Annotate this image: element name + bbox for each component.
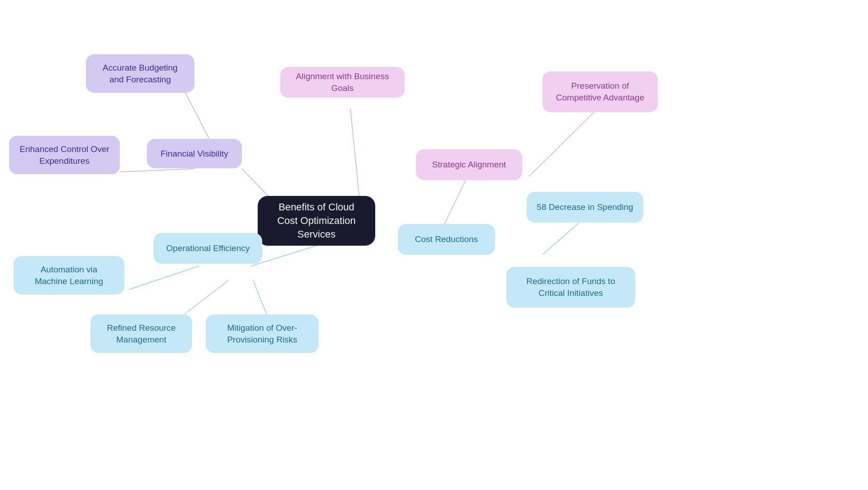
mitigation-node: Mitigation of Over-Provisioning Risks <box>206 314 319 353</box>
financial-visibility-node: Financial Visibility <box>147 139 242 168</box>
accurate-budgeting-node: Accurate Budgeting and Forecasting <box>86 54 194 93</box>
svg-line-2 <box>120 169 194 172</box>
alignment-business-node: Alignment with Business Goals <box>280 67 405 98</box>
operational-efficiency-node: Operational Efficiency <box>154 233 262 264</box>
svg-line-7 <box>129 266 199 290</box>
strategic-alignment-node: Strategic Alignment <box>416 149 522 180</box>
refined-resource-node: Refined Resource Management <box>90 314 192 353</box>
center-node: Benefits of Cloud Cost Optimization Serv… <box>258 196 375 246</box>
enhanced-control-node: Enhanced Control Over Expenditures <box>9 136 120 174</box>
cost-reductions-node: Cost Reductions <box>398 224 495 255</box>
redirection-funds-node: Redirection of Funds to Critical Initiat… <box>506 267 635 308</box>
svg-line-11 <box>542 223 579 255</box>
automation-node: Automation via Machine Learning <box>14 256 124 295</box>
decrease-spending-node: 58 Decrease in Spending <box>527 192 643 223</box>
preservation-node: Preservation of Competitive Advantage <box>542 71 658 112</box>
svg-line-5 <box>529 105 601 176</box>
